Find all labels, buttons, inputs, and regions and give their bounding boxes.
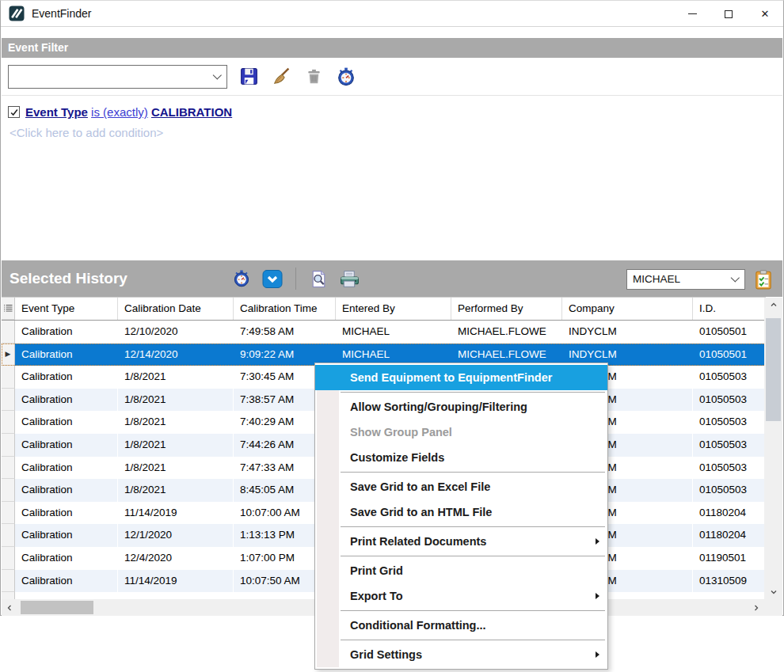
- menu-item[interactable]: Print Related Documents: [315, 529, 607, 554]
- table-cell[interactable]: 11/14/2019: [118, 570, 234, 593]
- history-options-button[interactable]: [261, 268, 284, 290]
- scroll-right-arrow[interactable]: [748, 599, 764, 616]
- table-cell[interactable]: 01050501: [693, 321, 766, 344]
- print-preview-button[interactable]: [308, 268, 330, 290]
- table-cell[interactable]: Calibration: [15, 457, 118, 480]
- table-cell[interactable]: Calibration: [15, 502, 118, 525]
- chevron-down-icon[interactable]: [727, 276, 744, 283]
- table-cell[interactable]: 01310510: [693, 592, 766, 599]
- printer-icon: [339, 269, 360, 289]
- condition-checkbox[interactable]: [8, 106, 20, 118]
- table-cell[interactable]: 01050503: [693, 366, 766, 389]
- table-cell[interactable]: 11/14/2019: [118, 502, 234, 525]
- table-cell[interactable]: 01050503: [693, 479, 766, 502]
- table-cell[interactable]: 11/23/2020: [118, 592, 234, 599]
- clear-filter-button[interactable]: [270, 66, 292, 88]
- table-cell[interactable]: Calibration: [15, 366, 118, 389]
- print-preview-icon: [309, 269, 329, 289]
- table-cell[interactable]: 12/1/2020: [118, 524, 234, 547]
- table-row[interactable]: Calibration12/10/20207:49:58 AMMICHAELMI…: [2, 321, 766, 344]
- table-cell[interactable]: 01180204: [693, 502, 766, 525]
- column-header[interactable]: Calibration Date: [118, 298, 234, 320]
- row-indicator: [2, 321, 15, 344]
- table-cell[interactable]: 01050503: [693, 434, 766, 457]
- table-cell[interactable]: INDYCLM: [562, 321, 693, 344]
- table-cell[interactable]: 01050501: [693, 344, 766, 366]
- column-header[interactable]: Entered By: [336, 298, 451, 320]
- table-cell[interactable]: 01310509: [693, 570, 766, 593]
- vertical-scrollbar[interactable]: [764, 298, 782, 599]
- minimize-button[interactable]: [674, 1, 710, 27]
- table-cell[interactable]: 12/4/2020: [118, 547, 234, 570]
- table-cell[interactable]: Calibration: [15, 547, 118, 570]
- table-cell[interactable]: Calibration: [15, 434, 118, 457]
- menu-item[interactable]: Grid Settings: [315, 642, 607, 667]
- context-menu: Send Equipment to EquipmentFinderAllow S…: [314, 363, 608, 670]
- row-indicator: [2, 547, 15, 570]
- table-cell[interactable]: Calibration: [15, 592, 118, 599]
- menu-item[interactable]: Print Grid: [315, 558, 607, 583]
- table-cell[interactable]: Calibration: [15, 524, 118, 547]
- table-cell[interactable]: 01190501: [693, 547, 766, 570]
- menu-item[interactable]: Export To: [315, 583, 607, 609]
- menu-separator: [341, 526, 605, 527]
- print-button[interactable]: [339, 268, 361, 290]
- table-cell[interactable]: Calibration: [15, 570, 118, 593]
- table-cell[interactable]: 1/8/2021: [118, 457, 234, 480]
- column-header[interactable]: Performed By: [451, 298, 562, 320]
- table-cell[interactable]: 01180204: [693, 524, 766, 547]
- delete-filter-button[interactable]: [303, 66, 325, 88]
- table-cell[interactable]: 12/14/2020: [118, 344, 234, 366]
- scrollbar-corner: [764, 599, 782, 616]
- checkmark-icon: [10, 108, 19, 117]
- table-cell[interactable]: 1/8/2021: [118, 389, 234, 412]
- menu-item[interactable]: Save Grid to an HTML File: [315, 499, 607, 525]
- table-cell[interactable]: 7:49:58 AM: [234, 321, 336, 344]
- scroll-up-arrow[interactable]: [764, 298, 782, 312]
- close-button[interactable]: ✕: [747, 1, 783, 27]
- column-header[interactable]: I.D.: [693, 298, 766, 320]
- table-cell[interactable]: Calibration: [15, 389, 118, 412]
- table-cell[interactable]: 1/8/2021: [118, 479, 234, 502]
- table-cell[interactable]: 01050503: [693, 457, 766, 480]
- condition-operator-link[interactable]: is (exactly): [91, 105, 148, 119]
- menu-item[interactable]: Send Equipment to EquipmentFinder: [315, 365, 607, 390]
- user-filter-combo[interactable]: MICHAEL: [626, 269, 745, 290]
- menu-item[interactable]: Allow Sorting/Grouping/Filtering: [315, 394, 607, 420]
- menu-item[interactable]: Customize Fields: [315, 445, 607, 470]
- submenu-arrow-icon: [596, 651, 599, 658]
- vertical-scroll-thumb[interactable]: [766, 318, 781, 421]
- table-cell[interactable]: Calibration: [15, 479, 118, 502]
- column-header[interactable]: Calibration Time: [234, 298, 336, 320]
- table-cell[interactable]: 1/8/2021: [118, 434, 234, 457]
- column-header[interactable]: Event Type: [15, 298, 118, 320]
- table-cell[interactable]: MICHAEL: [336, 321, 451, 344]
- chevron-down-icon[interactable]: [209, 74, 226, 80]
- table-cell[interactable]: 1/8/2021: [118, 411, 234, 434]
- menu-item[interactable]: Conditional Formatting...: [315, 613, 607, 638]
- horizontal-scroll-thumb[interactable]: [21, 601, 93, 614]
- save-icon: [239, 66, 259, 86]
- column-header[interactable]: Company: [562, 298, 693, 320]
- condition-value-link[interactable]: CALIBRATION: [151, 105, 232, 119]
- condition-field-link[interactable]: Event Type: [25, 105, 88, 119]
- menu-item[interactable]: Save Grid to an Excel File: [315, 474, 607, 499]
- table-cell[interactable]: Calibration: [15, 321, 118, 344]
- add-condition-link[interactable]: <Click here to add condition>: [10, 126, 782, 139]
- save-filter-button[interactable]: [238, 66, 260, 88]
- table-cell[interactable]: MICHAEL.FLOWE: [451, 321, 562, 344]
- table-cell[interactable]: 01050503: [693, 389, 766, 412]
- table-cell[interactable]: 01050503: [693, 411, 766, 434]
- run-filter-button[interactable]: [335, 66, 357, 88]
- table-cell[interactable]: 1/8/2021: [118, 366, 234, 389]
- scroll-down-arrow[interactable]: [764, 585, 782, 599]
- row-indicator: [2, 366, 15, 389]
- history-timer-button[interactable]: [230, 268, 253, 290]
- filter-preset-combo[interactable]: [8, 65, 227, 89]
- table-cell[interactable]: Calibration: [15, 344, 118, 366]
- maximize-button[interactable]: [710, 1, 747, 27]
- table-cell[interactable]: 12/10/2020: [118, 321, 234, 344]
- table-cell[interactable]: Calibration: [15, 411, 118, 434]
- scroll-left-arrow[interactable]: [2, 599, 17, 616]
- checklist-button[interactable]: [752, 268, 774, 290]
